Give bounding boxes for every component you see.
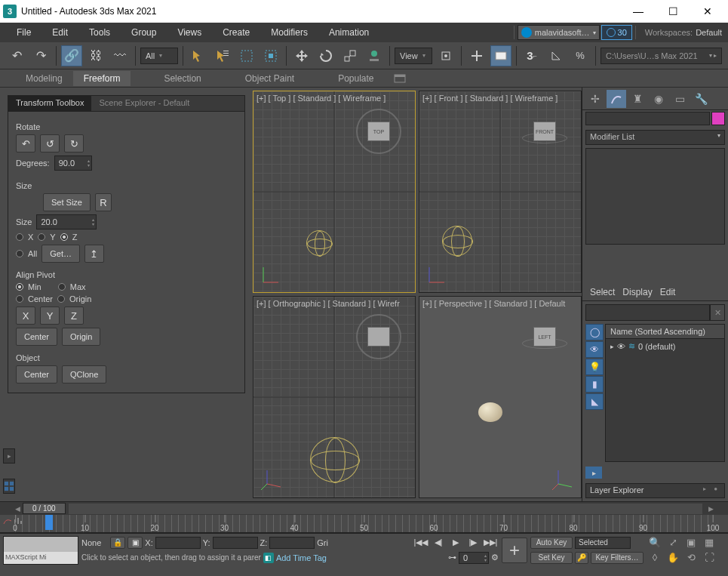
scene-edit-tab[interactable]: Edit: [660, 287, 676, 297]
object-center-button[interactable]: Center: [16, 365, 57, 383]
playhead[interactable]: [45, 515, 53, 530]
bind-spacewarp-button[interactable]: 〰: [109, 45, 131, 66]
zoom-button[interactable]: 🔍: [647, 536, 663, 550]
auto-key-button[interactable]: Auto Key: [530, 537, 573, 549]
ribbon-tab-selection[interactable]: Selection: [153, 71, 211, 86]
snaps-toggle[interactable]: 3⌐: [521, 45, 542, 66]
key-icon-button[interactable]: 🔑: [575, 552, 588, 564]
create-tab-icon[interactable]: ✢: [585, 90, 605, 108]
tab-scene-explorer[interactable]: Scene Explorer - Default: [91, 96, 197, 111]
goto-end-button[interactable]: ▶▶|: [482, 536, 499, 550]
reset-size-button[interactable]: R: [95, 193, 112, 211]
axis-all-radio[interactable]: [16, 250, 23, 257]
isolate-icon[interactable]: ▣: [127, 537, 143, 549]
select-move-button[interactable]: [291, 45, 312, 66]
object-name-input[interactable]: [585, 112, 710, 125]
x-coord-input[interactable]: [155, 537, 201, 549]
align-origin-button[interactable]: Origin: [62, 328, 100, 346]
key-filters-button[interactable]: Key Filters…: [591, 552, 644, 564]
scene-row-default-layer[interactable]: ▸ 👁 ≋ 0 (default): [606, 339, 724, 353]
set-keys-plus-button[interactable]: +: [502, 537, 527, 563]
rotate-ccw-y-button[interactable]: ↺: [40, 134, 60, 152]
orbit-button[interactable]: ⟲: [683, 551, 699, 565]
zoom-all-button[interactable]: ⤢: [665, 536, 681, 550]
object-color-swatch[interactable]: [711, 112, 725, 125]
menu-modifiers[interactable]: Modifiers: [260, 24, 318, 41]
scene-display-tab[interactable]: Display: [622, 287, 652, 297]
pivot-origin-radio[interactable]: [57, 295, 65, 303]
menu-views[interactable]: Views: [167, 24, 212, 41]
mini-curve-icon[interactable]: [3, 516, 12, 525]
panel-flyout-button[interactable]: ▸: [3, 448, 15, 464]
axis-y-radio[interactable]: [38, 233, 45, 241]
ribbon-tab-object-paint[interactable]: Object Paint: [235, 71, 305, 86]
workspace-selector[interactable]: Default: [696, 28, 728, 37]
close-button[interactable]: ✕: [690, 0, 725, 23]
menu-create[interactable]: Create: [212, 24, 260, 41]
select-object-button[interactable]: [188, 45, 209, 66]
lock-icon[interactable]: 🔒: [110, 537, 125, 549]
material-preview[interactable]: MAXScript Mi: [3, 536, 78, 565]
maximize-button[interactable]: ☐: [656, 0, 690, 23]
z-coord-input[interactable]: [269, 537, 315, 549]
goto-start-button[interactable]: |◀◀: [413, 536, 429, 550]
scene-list-header[interactable]: Name (Sorted Ascending): [606, 325, 724, 339]
pivot-x-button[interactable]: X: [16, 306, 35, 325]
filter-visible-icon[interactable]: 👁: [585, 341, 604, 358]
modify-tab-icon[interactable]: [607, 90, 626, 108]
align-center-button[interactable]: Center: [16, 328, 57, 346]
window-crossing-button[interactable]: [260, 45, 281, 66]
maximize-viewport-button[interactable]: ⛶: [701, 551, 717, 565]
menu-group[interactable]: Group: [121, 24, 167, 41]
select-place-button[interactable]: [364, 45, 385, 66]
tab-transform-toolbox[interactable]: Transform Toolbox: [8, 96, 91, 111]
menu-edit[interactable]: Edit: [41, 24, 78, 41]
time-prev-icon[interactable]: ◀: [12, 505, 23, 513]
redo-button[interactable]: ↷: [30, 45, 51, 66]
axis-x-radio[interactable]: [16, 233, 23, 241]
viewport-layout-button[interactable]: [3, 479, 15, 494]
up-arrow-button[interactable]: ↥: [84, 245, 104, 263]
set-key-button[interactable]: Set Key: [530, 552, 573, 564]
scene-search-input[interactable]: [585, 304, 710, 321]
next-frame-button[interactable]: |▶: [465, 536, 481, 550]
select-scale-button[interactable]: [339, 45, 361, 66]
viewport-front[interactable]: [+] [ Front ] [ Standard ] [ Wireframe ]…: [419, 91, 582, 293]
select-manipulate-button[interactable]: [466, 45, 487, 66]
viewport-ortho-label[interactable]: [+] [ Orthographic ] [ Standard ] [ Wire…: [256, 299, 400, 308]
viewcube-persp[interactable]: LEFT: [531, 323, 558, 350]
time-credits[interactable]: 30: [601, 25, 632, 40]
ribbon-collapse-icon[interactable]: [394, 74, 406, 83]
viewport-top-label[interactable]: [+] [ Top ] [ Standard ] [ Wireframe ]: [256, 94, 386, 103]
minimize-button[interactable]: —: [621, 0, 656, 23]
qclone-button[interactable]: QClone: [62, 365, 106, 383]
viewport-top[interactable]: [+] [ Top ] [ Standard ] [ Wireframe ] T…: [253, 91, 416, 293]
time-track[interactable]: [69, 504, 702, 514]
viewport-orthographic[interactable]: [+] [ Orthographic ] [ Standard ] [ Wire…: [253, 296, 416, 498]
filter-helpers-icon[interactable]: ◣: [585, 393, 604, 410]
select-region-button[interactable]: [236, 45, 257, 66]
time-next-icon[interactable]: ▶: [705, 505, 716, 513]
project-path[interactable]: C:\Users\U…s Max 2021▾ ▸: [601, 48, 722, 64]
degrees-spinner[interactable]: 90.0: [54, 156, 92, 171]
pivot-min-radio[interactable]: [16, 283, 23, 291]
menu-animation[interactable]: Animation: [318, 24, 379, 41]
scene-search-clear[interactable]: ✕: [710, 304, 725, 321]
viewcube-front[interactable]: FRONT: [531, 118, 558, 145]
menu-file[interactable]: File: [6, 24, 41, 41]
ribbon-tab-modeling[interactable]: Modeling: [15, 71, 73, 86]
zoom-extents-button[interactable]: ▣: [683, 536, 699, 550]
layer-explorer-dropdown[interactable]: Layer Explorer: [585, 483, 725, 498]
prev-frame-button[interactable]: ◀|: [430, 536, 447, 550]
filter-lights-icon[interactable]: 💡: [585, 359, 604, 375]
pivot-center-radio[interactable]: [16, 295, 23, 303]
link-button[interactable]: 🔗: [61, 45, 82, 66]
viewport-persp-label[interactable]: [+] [ Perspective ] [ Standard ] [ Defau…: [422, 299, 565, 308]
get-button[interactable]: Get…: [41, 245, 80, 263]
key-mode-button[interactable]: ⊶: [448, 553, 456, 562]
time-ruler[interactable]: 0102030405060708090100: [0, 515, 728, 533]
viewport-front-label[interactable]: [+] [ Front ] [ Standard ] [ Wireframe ]: [422, 94, 558, 103]
play-button[interactable]: ▶: [447, 536, 464, 550]
scene-object-list[interactable]: Name (Sorted Ascending) ▸ 👁 ≋ 0 (default…: [605, 324, 725, 462]
cube-tag-icon[interactable]: ◧: [263, 553, 274, 563]
